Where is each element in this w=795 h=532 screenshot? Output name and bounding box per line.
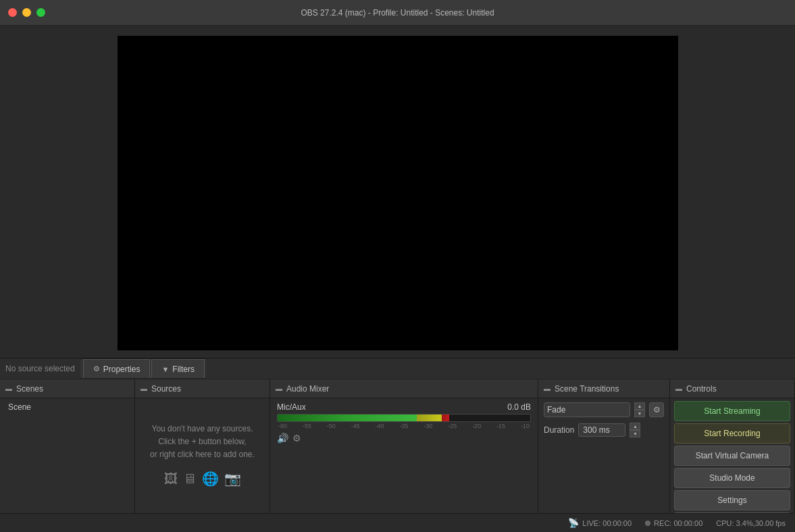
browser-source-icon: 🌐 (202, 468, 219, 489)
sources-panel-header: ▬ Sources (135, 379, 270, 398)
audio-level-green (278, 415, 417, 421)
audio-track-level: 0.0 dB (507, 402, 531, 412)
audio-level-labels: -60 -55 -50 -45 -40 -35 -30 -25 -20 -15 … (277, 422, 531, 430)
start-recording-button[interactable]: Start Recording (674, 423, 790, 444)
duration-row: Duration ▲ ▼ (544, 423, 664, 437)
bottom-panel: No source selected ⚙ Properties ▼ Filter… (0, 358, 795, 513)
audio-level-red (442, 415, 449, 421)
main-container: No source selected ⚙ Properties ▼ Filter… (0, 26, 795, 532)
minimize-button[interactable] (22, 8, 31, 17)
preview-canvas (118, 36, 678, 350)
audio-panel: ▬ Audio Mixer Mic/Aux 0.0 dB (270, 379, 538, 532)
duration-label: Duration (544, 425, 574, 435)
scene-item[interactable]: Scene (0, 398, 134, 416)
settings-button[interactable]: Settings (674, 490, 790, 510)
audio-track-controls: 🔊 ⚙ (277, 433, 531, 444)
audio-collapse-icon[interactable]: ▬ (276, 385, 282, 392)
window-title: OBS 27.2.4 (mac) - Profile: Untitled - S… (301, 8, 494, 18)
duration-spinner: ▲ ▼ (630, 423, 640, 437)
start-streaming-button[interactable]: Start Streaming (674, 401, 790, 421)
audio-level-bar (277, 414, 531, 422)
rec-status: REC: 00:00:00 (645, 519, 702, 527)
image-source-icon: 🖼 (164, 468, 178, 489)
camera-source-icon: 📷 (224, 468, 241, 489)
scenes-list: Scene (0, 398, 134, 514)
transition-spinner: ▲ ▼ (634, 402, 645, 417)
maximize-button[interactable] (36, 8, 45, 17)
sources-icon-row: 🖼 🖥 🌐 📷 (164, 468, 241, 489)
scenes-panel: ▬ Scenes Scene + − ∧ ∨ (0, 379, 135, 532)
audio-settings-button[interactable]: ⚙ (292, 433, 301, 444)
display-source-icon: 🖥 (183, 468, 197, 489)
duration-input[interactable] (578, 423, 625, 437)
audio-panel-title: Audio Mixer (286, 384, 329, 394)
tab-filters-label: Filters (172, 365, 195, 374)
filters-icon: ▼ (161, 365, 169, 373)
start-virtual-camera-button[interactable]: Start Virtual Camera (674, 446, 790, 466)
rec-dot-icon (645, 521, 650, 526)
tab-filters[interactable]: ▼ Filters (151, 359, 205, 378)
audio-mute-button[interactable]: 🔊 (277, 433, 288, 444)
transition-gear-button[interactable]: ⚙ (649, 402, 664, 417)
scenes-collapse-icon[interactable]: ▬ (5, 385, 12, 392)
studio-mode-button[interactable]: Studio Mode (674, 468, 790, 488)
preview-area (0, 26, 795, 358)
window-controls (8, 8, 45, 17)
scenes-panel-header: ▬ Scenes (0, 379, 134, 398)
live-icon: 📡 (568, 518, 579, 528)
transitions-panel-header: ▬ Scene Transitions (538, 379, 669, 398)
cpu-status: CPU: 3.4%,30.00 fps (716, 519, 786, 527)
sources-empty-message[interactable]: You don't have any sources.Click the + b… (135, 398, 270, 514)
tab-bar: ⚙ Properties ▼ Filters (80, 358, 206, 379)
transitions-collapse-icon[interactable]: ▬ (544, 385, 550, 392)
scenes-panel-title: Scenes (16, 384, 43, 394)
audio-track-micaux: Mic/Aux 0.0 dB -60 -55 -50 -45 (277, 402, 531, 444)
rec-label: REC: 00:00:00 (654, 519, 702, 527)
transition-type-select[interactable]: Fade Cut Swipe Slide Stinger Luma Wipe (544, 402, 630, 417)
panels-row: ▬ Scenes Scene + − ∧ ∨ ▬ Sources (0, 379, 795, 532)
properties-icon: ⚙ (93, 365, 100, 373)
controls-buttons: Start Streaming Start Recording Start Vi… (670, 398, 794, 532)
controls-collapse-icon[interactable]: ▬ (675, 385, 682, 392)
cpu-label: CPU: 3.4%,30.00 fps (716, 519, 786, 527)
sources-collapse-icon[interactable]: ▬ (140, 385, 147, 392)
sources-panel-title: Sources (151, 384, 181, 394)
audio-track-name: Mic/Aux (277, 402, 306, 412)
duration-up-button[interactable]: ▲ (630, 423, 640, 430)
transitions-panel-title: Scene Transitions (555, 384, 619, 394)
sources-empty-text: You don't have any sources.Click the + b… (150, 423, 255, 462)
duration-down-button[interactable]: ▼ (630, 430, 640, 437)
audio-tracks: Mic/Aux 0.0 dB -60 -55 -50 -45 (270, 398, 538, 532)
live-label: LIVE: 00:00:00 (582, 519, 632, 527)
controls-panel-title: Controls (686, 384, 717, 394)
live-status: 📡 LIVE: 00:00:00 (568, 518, 632, 528)
transition-down-button[interactable]: ▼ (634, 410, 645, 417)
transition-up-button[interactable]: ▲ (634, 402, 645, 410)
controls-panel: ▬ Controls Start Streaming Start Recordi… (670, 379, 795, 532)
audio-panel-header: ▬ Audio Mixer (270, 379, 538, 398)
audio-level-yellow (417, 415, 442, 421)
transition-type-row: Fade Cut Swipe Slide Stinger Luma Wipe ▲… (544, 402, 664, 417)
sources-panel: ▬ Sources You don't have any sources.Cli… (135, 379, 270, 532)
transitions-content: Fade Cut Swipe Slide Stinger Luma Wipe ▲… (538, 398, 669, 532)
tab-properties[interactable]: ⚙ Properties (83, 359, 151, 378)
status-bar: 📡 LIVE: 00:00:00 REC: 00:00:00 CPU: 3.4%… (0, 513, 795, 532)
close-button[interactable] (8, 8, 17, 17)
no-source-label: No source selected (0, 358, 80, 379)
transitions-panel: ▬ Scene Transitions Fade Cut Swipe Slide… (538, 379, 670, 532)
controls-panel-header: ▬ Controls (670, 379, 794, 398)
audio-track-header: Mic/Aux 0.0 dB (277, 402, 531, 412)
titlebar: OBS 27.2.4 (mac) - Profile: Untitled - S… (0, 0, 795, 26)
tab-properties-label: Properties (103, 365, 140, 374)
